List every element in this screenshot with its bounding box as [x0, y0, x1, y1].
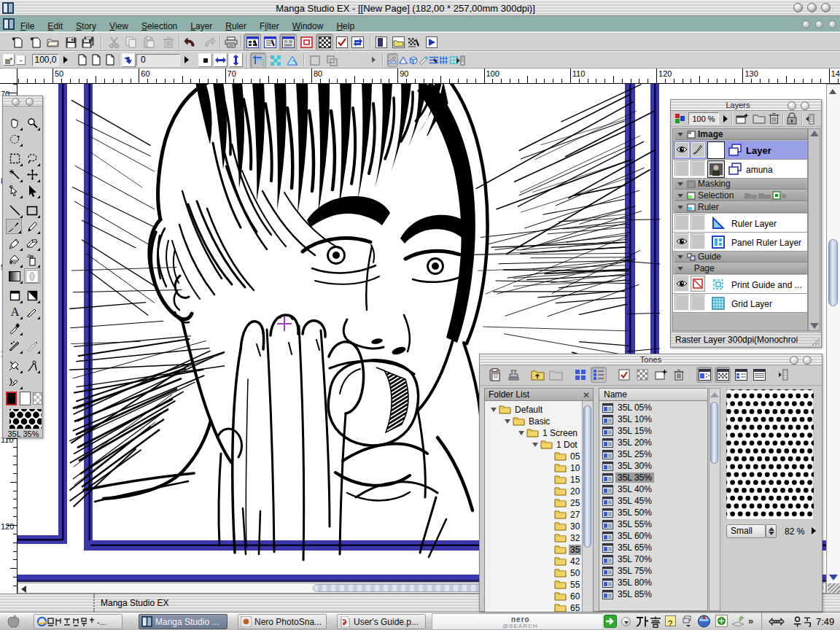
- svg-text:A: A: [10, 306, 19, 317]
